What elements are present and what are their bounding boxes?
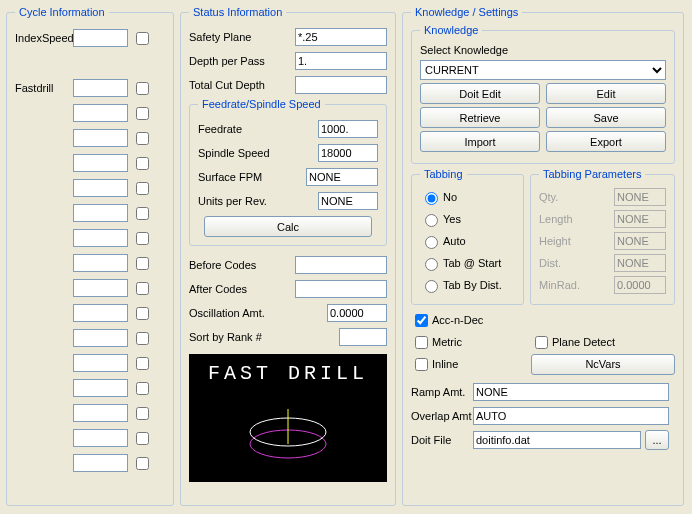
spindle-label: Spindle Speed [198, 147, 318, 159]
cycle-value-14[interactable] [73, 379, 128, 397]
inline-label: Inline [432, 358, 458, 370]
import-button[interactable]: Import [420, 131, 540, 152]
export-button[interactable]: Export [546, 131, 666, 152]
knowledge-legend: Knowledge [420, 24, 482, 36]
cycle-value-11[interactable] [73, 304, 128, 322]
cycle-check-13[interactable] [136, 357, 149, 370]
cycle-check-3[interactable] [136, 107, 149, 120]
tab-start-label: Tab @ Start [443, 257, 501, 269]
tab-start-radio[interactable] [425, 258, 438, 271]
cycle-value-8[interactable] [73, 229, 128, 247]
tp-d-input [614, 254, 666, 272]
cycle-check-5[interactable] [136, 157, 149, 170]
before-codes-input[interactable] [295, 256, 387, 274]
knowledge-select[interactable]: CURRENT [420, 60, 666, 80]
plane-detect-label: Plane Detect [552, 336, 615, 348]
ks-legend: Knowledge / Settings [411, 6, 522, 18]
spindle-input[interactable] [318, 144, 378, 162]
save-button[interactable]: Save [546, 107, 666, 128]
cycle-value-12[interactable] [73, 329, 128, 347]
cycle-value-10[interactable] [73, 279, 128, 297]
tab-auto-radio[interactable] [425, 236, 438, 249]
inline-checkbox[interactable] [415, 358, 428, 371]
cycle-check-10[interactable] [136, 282, 149, 295]
cycle-check-9[interactable] [136, 257, 149, 270]
safety-plane-input[interactable] [295, 28, 387, 46]
total-cut-depth-label: Total Cut Depth [189, 79, 295, 91]
cycle-value-6[interactable] [73, 179, 128, 197]
plane-detect-checkbox[interactable] [535, 336, 548, 349]
tabbing-legend: Tabbing [420, 168, 467, 180]
cycle-check-15[interactable] [136, 407, 149, 420]
ncvars-button[interactable]: NcVars [531, 354, 675, 375]
surface-fpm-input[interactable] [306, 168, 378, 186]
feedrate-input[interactable] [318, 120, 378, 138]
accndec-label: Acc-n-Dec [432, 314, 483, 326]
cycle-check-17[interactable] [136, 457, 149, 470]
tabbing-params-group: Tabbing Parameters Qty. Length Height Di… [530, 168, 675, 305]
edit-button[interactable]: Edit [546, 83, 666, 104]
overlap-input[interactable] [473, 407, 669, 425]
tp-h-label: Height [539, 235, 614, 247]
after-codes-input[interactable] [295, 280, 387, 298]
calc-button[interactable]: Calc [204, 216, 372, 237]
tab-no-radio[interactable] [425, 192, 438, 205]
depth-per-pass-input[interactable] [295, 52, 387, 70]
cycle-value-4[interactable] [73, 129, 128, 147]
depth-per-pass-label: Depth per Pass [189, 55, 295, 67]
units-rev-label: Units per Rev. [198, 195, 318, 207]
cycle-value-2[interactable] [73, 79, 128, 97]
before-codes-label: Before Codes [189, 259, 295, 271]
cycle-check-4[interactable] [136, 132, 149, 145]
sort-label: Sort by Rank # [189, 331, 339, 343]
cycle-information-group: Cycle Information IndexSpeed Fastdrill [6, 6, 174, 506]
cycle-check-11[interactable] [136, 307, 149, 320]
cycle-value-3[interactable] [73, 104, 128, 122]
cycle-check-14[interactable] [136, 382, 149, 395]
tab-dist-radio[interactable] [425, 280, 438, 293]
sort-input[interactable] [339, 328, 387, 346]
safety-plane-label: Safety Plane [189, 31, 295, 43]
cycle-check-7[interactable] [136, 207, 149, 220]
cycle-value-13[interactable] [73, 354, 128, 372]
cycle-value-16[interactable] [73, 429, 128, 447]
cycle-value-5[interactable] [73, 154, 128, 172]
cycle-value-9[interactable] [73, 254, 128, 272]
osc-input[interactable] [327, 304, 387, 322]
units-rev-input[interactable] [318, 192, 378, 210]
doit-edit-button[interactable]: Doit Edit [420, 83, 540, 104]
tabbing-group: Tabbing No Yes Auto Tab @ Start Tab By D… [411, 168, 524, 305]
ramp-input[interactable] [473, 383, 669, 401]
doit-file-label: Doit File [411, 434, 473, 446]
tab-yes-label: Yes [443, 213, 461, 225]
status-information-group: Status Information Safety Plane Depth pe… [180, 6, 396, 506]
tab-no-label: No [443, 191, 457, 203]
knowledge-group: Knowledge Select Knowledge CURRENT Doit … [411, 24, 675, 164]
cycle-value-15[interactable] [73, 404, 128, 422]
accndec-checkbox[interactable] [415, 314, 428, 327]
tp-len-label: Length [539, 213, 614, 225]
cycle-check-0[interactable] [136, 32, 149, 45]
cycle-value-7[interactable] [73, 204, 128, 222]
doit-file-input[interactable] [473, 431, 641, 449]
status-legend: Status Information [189, 6, 286, 18]
tp-d-label: Dist. [539, 257, 614, 269]
tp-mr-label: MinRad. [539, 279, 614, 291]
cycle-check-2[interactable] [136, 82, 149, 95]
cycle-value-0[interactable] [73, 29, 128, 47]
knowledge-settings-group: Knowledge / Settings Knowledge Select Kn… [402, 6, 684, 506]
cycle-check-6[interactable] [136, 182, 149, 195]
retrieve-button[interactable]: Retrieve [420, 107, 540, 128]
cycle-legend: Cycle Information [15, 6, 109, 18]
doit-file-browse-button[interactable]: ... [645, 430, 669, 450]
cycle-value-17[interactable] [73, 454, 128, 472]
tabparams-legend: Tabbing Parameters [539, 168, 645, 180]
cycle-check-16[interactable] [136, 432, 149, 445]
drill-preview-image: FAST DRILL [189, 354, 387, 482]
tab-yes-radio[interactable] [425, 214, 438, 227]
feedrate-label: Feedrate [198, 123, 318, 135]
cycle-check-8[interactable] [136, 232, 149, 245]
cycle-check-12[interactable] [136, 332, 149, 345]
metric-checkbox[interactable] [415, 336, 428, 349]
total-cut-depth-input[interactable] [295, 76, 387, 94]
